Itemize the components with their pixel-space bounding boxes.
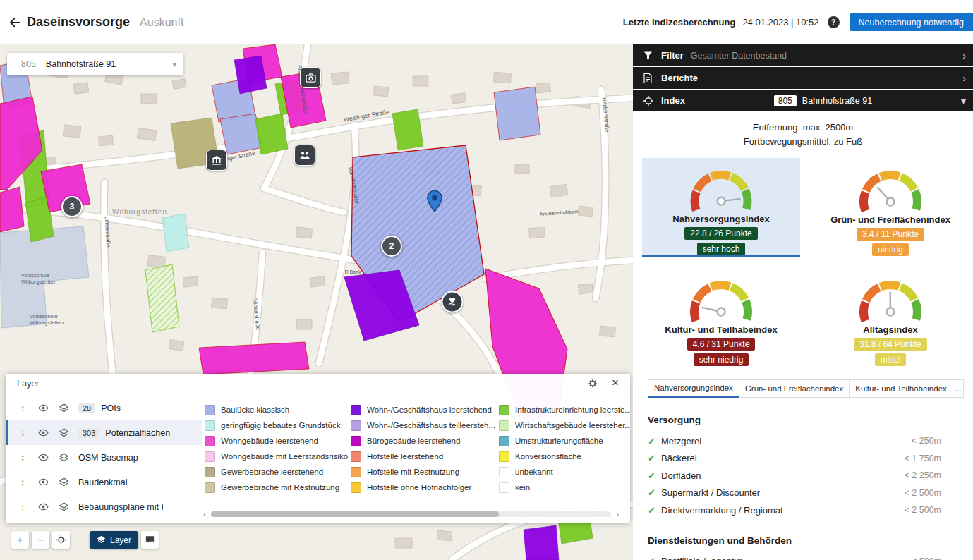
address-picker[interactable]: 805 Bahnhofstraße 91 ▾ <box>7 53 183 75</box>
scrollbar-track[interactable] <box>211 511 611 517</box>
index-tabs: NahversorgungsindexGrün- und Freiflächen… <box>648 379 964 398</box>
index-name: Alltagsindex <box>863 324 917 335</box>
poi-distance: < 250m <box>912 436 941 446</box>
visibility-eye-icon[interactable] <box>37 501 49 513</box>
reports-row[interactable]: Berichte › <box>633 67 973 89</box>
index-card[interactable]: Kultur- und Teilhabeindex4.6 / 31 Punkte… <box>642 268 800 367</box>
address-code: 805 <box>21 59 36 69</box>
school-label: Volksschule <box>21 272 49 279</box>
layer-style-icon[interactable] <box>58 477 69 488</box>
visibility-eye-icon[interactable] <box>37 403 49 414</box>
museum-poi-icon[interactable] <box>206 150 227 171</box>
legend-item: Konversionsfläche <box>499 449 630 464</box>
check-icon: ✓ <box>648 556 661 560</box>
index-rating-badge: sehr hoch <box>697 243 746 255</box>
layer-row[interactable]: ↕303Potenzialflächen <box>6 420 202 445</box>
layer-style-icon[interactable] <box>58 403 69 414</box>
poi-name: Supermarkt / Discounter <box>661 487 760 498</box>
visibility-eye-icon[interactable] <box>37 427 49 439</box>
layer-row[interactable]: ↕28POIs <box>6 396 202 420</box>
legend-swatch <box>499 467 509 477</box>
layer-style-icon[interactable] <box>58 452 69 463</box>
numbered-marker[interactable]: 3 <box>61 196 83 217</box>
zoom-in-button[interactable]: + <box>11 531 29 549</box>
gauge-chart <box>845 162 936 214</box>
legend-item: Wohngebäude mit Leerstandsrisiko <box>205 449 351 464</box>
back-arrow-icon[interactable] <box>6 13 24 32</box>
scroll-left-icon[interactable]: ‹ <box>200 510 209 518</box>
scroll-right-icon[interactable]: › <box>613 510 622 518</box>
care-poi-icon[interactable] <box>442 291 464 313</box>
community-poi-icon[interactable] <box>294 145 315 166</box>
locate-button[interactable] <box>52 531 70 549</box>
recalculate-button[interactable]: Neuberechnung notwendig <box>850 13 973 31</box>
layer-style-icon[interactable] <box>58 501 69 513</box>
legend-scrollbar[interactable]: ‹ › <box>200 510 622 518</box>
legend-swatch <box>499 436 509 446</box>
legend-item: Umstrukturierungsfläche <box>499 433 630 449</box>
legend-item: Hofstelle ohne Hofnachfolger <box>351 480 499 495</box>
poi-distance: < 2 500m <box>905 488 941 498</box>
numbered-marker[interactable]: 2 <box>381 236 402 257</box>
tabs-more-button[interactable]: ... <box>953 379 964 398</box>
filter-row[interactable]: Filter Gesamter Datenbestand › <box>633 44 973 66</box>
drag-handle-icon[interactable]: ↕ <box>17 452 28 463</box>
poi-row: ✓Direktvermarktung / Regiomat< 2 500m <box>648 501 958 519</box>
index-address: Bahnhofstraße 91 <box>802 96 872 106</box>
index-cards: Nahversorgungsindex22.8 / 26 Punktesehr … <box>642 158 969 367</box>
zoom-out-button[interactable]: − <box>32 531 49 549</box>
section-heading: Dienstleistungen und Behörden <box>648 535 958 546</box>
drag-handle-icon[interactable]: ↕ <box>17 477 28 488</box>
layer-toggle-button[interactable]: Layer <box>90 531 138 549</box>
tab-nahversorgungsindex[interactable]: Nahversorgungsindex <box>648 379 739 398</box>
chevron-down-icon[interactable]: ▾ <box>961 95 966 106</box>
drag-handle-icon[interactable]: ↕ <box>17 403 28 414</box>
comment-button[interactable] <box>141 531 159 549</box>
screenshot-poi-icon[interactable] <box>300 67 321 88</box>
index-rating-badge: niedrig <box>872 243 909 256</box>
close-icon[interactable]: × <box>612 376 619 390</box>
layer-name: Potenzialflächen <box>105 428 170 438</box>
info-icon[interactable]: ? <box>828 16 840 28</box>
layer-row[interactable]: ↕Bebauungspläne mit Rechtskr... <box>6 494 202 519</box>
school-label: Wilburgstetten <box>30 319 64 326</box>
check-icon: ✓ <box>648 436 661 446</box>
page-subtitle: Auskunft <box>140 16 183 29</box>
index-card[interactable]: Alltagsindex31.8 / 64 Punktemittel <box>811 268 969 367</box>
legend-swatch <box>351 467 361 477</box>
index-name: Nahversorgungsindex <box>672 214 769 224</box>
layer-style-icon[interactable] <box>58 427 69 439</box>
layer-row[interactable]: ↕OSM Basemap <box>6 445 202 470</box>
selected-location-pin[interactable] <box>426 190 443 215</box>
chevron-down-icon[interactable]: ▾ <box>172 60 176 69</box>
scrollbar-thumb[interactable] <box>211 511 499 517</box>
poi-row: ✓Supermarkt / Discounter< 2 500m <box>648 485 958 502</box>
legend-label: Baulücke klassisch <box>221 406 289 414</box>
target-icon <box>643 96 655 106</box>
drag-handle-icon[interactable]: ↕ <box>17 427 28 439</box>
tab-gr-n-und-freifl-chenindex[interactable]: Grün- und Freiflächenindex <box>739 379 850 398</box>
chevron-right-icon[interactable]: › <box>962 73 966 84</box>
index-rating-badge: sehr niedrig <box>694 353 749 366</box>
layer-name: OSM Basemap <box>78 453 138 463</box>
address-label: Bahnhofstraße 91 <box>46 59 116 69</box>
index-card[interactable]: Grün- und Freiflächenindex3.4 / 11 Punkt… <box>811 158 969 257</box>
poi-row: ✓Dorfladen< 2 250m <box>648 467 958 485</box>
layer-legend: Baulücke klassischgeringfügig bebautes G… <box>205 402 630 495</box>
index-card[interactable]: Nahversorgungsindex22.8 / 26 Punktesehr … <box>642 158 800 257</box>
tab-kultur-und-teilhabeindex[interactable]: Kultur- und Teilhabeindex <box>849 379 953 398</box>
visibility-eye-icon[interactable] <box>37 477 49 488</box>
section-heading: Versorgung <box>648 415 958 425</box>
layer-panel: Layer × ↕28POIs↕303Potenzialflächen↕OSM … <box>6 374 630 523</box>
chevron-right-icon[interactable]: › <box>962 50 966 61</box>
gear-icon[interactable] <box>588 379 598 391</box>
drag-handle-icon[interactable]: ↕ <box>17 501 28 513</box>
filter-icon <box>643 51 655 60</box>
index-row[interactable]: Index 805 Bahnhofstraße 91 ▾ <box>633 90 973 111</box>
map-canvas[interactable]: FrankenbachstraßeWeiltinger StraßeWeilti… <box>0 44 633 560</box>
layer-row[interactable]: ↕Baudenkmal <box>6 470 202 494</box>
gauge-chart <box>675 162 767 214</box>
legend-item: Gewerbebrache mit Restnutzung <box>205 480 351 495</box>
visibility-eye-icon[interactable] <box>37 452 49 463</box>
poi-distance: < 2 250m <box>905 470 941 480</box>
